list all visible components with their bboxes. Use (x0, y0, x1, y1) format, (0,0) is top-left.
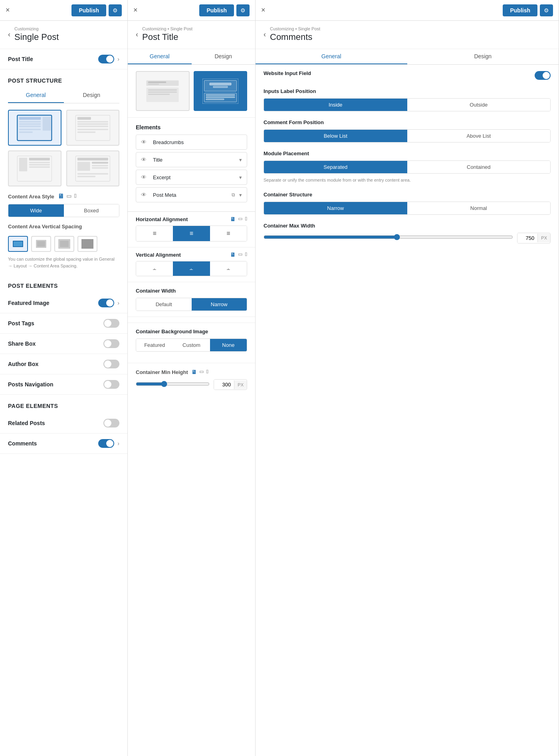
below-list-button[interactable]: Below List (264, 130, 407, 142)
panel-content-3: General Design Website Input Field Input… (256, 49, 559, 756)
outside-button[interactable]: Outside (407, 99, 551, 111)
wide-button[interactable]: Wide (8, 204, 64, 217)
share-box-label: Share Box (8, 340, 36, 347)
inside-button[interactable]: Inside (264, 99, 407, 111)
bg-featured-button[interactable]: Featured (136, 339, 173, 351)
desktop-icon-3[interactable]: 🖥 (230, 251, 236, 258)
mobile-icon-4[interactable]: ▯ (206, 369, 208, 375)
spacing-btn-1[interactable] (31, 236, 51, 252)
comments-section-content: Website Input Field Inputs Label Positio… (256, 65, 559, 257)
back-arrow-2[interactable]: ‹ (136, 30, 138, 39)
svg-rect-18 (29, 162, 50, 163)
v-align-bottom-button[interactable]: ⫠ (210, 261, 247, 276)
layout-thumb-4[interactable] (66, 150, 120, 186)
preview-thumb-1[interactable] (136, 71, 190, 111)
author-box-toggle[interactable] (103, 360, 119, 368)
container-narrow-button[interactable]: Narrow (192, 298, 247, 311)
post-tags-toggle[interactable] (103, 319, 119, 328)
website-input-row: Website Input Field (264, 70, 551, 80)
eye-icon-post-meta[interactable]: 👁 (141, 192, 149, 198)
share-box-toggle[interactable] (103, 339, 119, 348)
tab-design-3[interactable]: Design (407, 49, 559, 64)
tablet-icon-4[interactable]: ▭ (199, 369, 204, 375)
publish-button-3[interactable]: Publish (503, 4, 537, 16)
post-title-toggle[interactable] (98, 55, 114, 63)
tab-general-2[interactable]: General (128, 49, 192, 64)
container-bg-buttons: Featured Custom None (136, 338, 247, 352)
min-height-value[interactable] (214, 380, 234, 390)
svg-rect-47 (213, 86, 228, 87)
tab-design-1[interactable]: Design (64, 88, 120, 103)
contained-button[interactable]: Contained (407, 161, 551, 173)
min-height-slider[interactable] (136, 381, 210, 387)
desktop-icon-4[interactable]: 🖥 (191, 369, 197, 375)
container-default-button[interactable]: Default (136, 298, 192, 311)
tablet-icon-2[interactable]: ▭ (238, 216, 242, 222)
gear-button-2[interactable]: ⚙ (236, 4, 250, 16)
svg-rect-39 (148, 83, 159, 85)
spacing-btn-2[interactable] (54, 236, 74, 252)
posts-navigation-toggle[interactable] (103, 380, 119, 389)
normal-button[interactable]: Normal (407, 202, 551, 214)
featured-image-chevron[interactable]: › (117, 300, 119, 306)
author-box-row: Author Box (0, 354, 127, 374)
boxed-button[interactable]: Boxed (64, 204, 119, 217)
dropdown-btn-title[interactable]: ▾ (239, 157, 242, 163)
v-align-top-button[interactable]: ⫠ (136, 261, 173, 276)
back-arrow-1[interactable]: ‹ (8, 30, 10, 39)
gear-button-1[interactable]: ⚙ (109, 4, 122, 16)
spacing-label: Content Area Vertical Spacing (8, 224, 82, 230)
preview-thumb-2[interactable] (194, 71, 248, 111)
bg-custom-button[interactable]: Custom (173, 339, 210, 351)
related-posts-toggle[interactable] (103, 419, 119, 427)
align-right-button[interactable]: ≡ (210, 226, 247, 241)
tab-general-1[interactable]: General (8, 88, 64, 103)
separated-button[interactable]: Separated (264, 161, 407, 173)
publish-button-2[interactable]: Publish (199, 4, 234, 16)
desktop-icon[interactable]: 🖥 (57, 193, 64, 200)
desktop-icon-2[interactable]: 🖥 (230, 216, 236, 222)
website-input-toggle[interactable] (535, 71, 551, 80)
back-arrow-3[interactable]: ‹ (264, 30, 266, 39)
comments-chevron[interactable]: › (117, 440, 119, 447)
container-bg-section: Container Background Image Featured Cust… (128, 323, 255, 357)
mobile-icon[interactable]: ▯ (74, 193, 77, 200)
tab-general-3[interactable]: General (256, 49, 407, 64)
mobile-icon-2[interactable]: ▯ (245, 216, 247, 222)
post-title-chevron[interactable]: › (117, 56, 119, 62)
narrow-button[interactable]: Narrow (264, 202, 407, 214)
eye-icon-breadcrumbs[interactable]: 👁 (141, 139, 149, 145)
layout-thumb-1[interactable] (8, 110, 61, 146)
copy-btn-post-meta[interactable]: ⧉ (232, 192, 235, 198)
bg-none-button[interactable]: None (210, 339, 247, 351)
dropdown-btn-excerpt[interactable]: ▾ (239, 174, 242, 180)
layout-thumb-3[interactable] (8, 150, 61, 186)
tablet-icon-3[interactable]: ▭ (238, 251, 242, 258)
mobile-icon-3[interactable]: ▯ (245, 251, 247, 258)
featured-image-toggle[interactable] (98, 299, 114, 307)
eye-icon-excerpt[interactable]: 👁 (141, 174, 149, 180)
related-posts-row: Related Posts (0, 413, 127, 433)
max-width-slider[interactable] (264, 234, 513, 240)
spacing-btn-0[interactable] (8, 236, 28, 252)
close-button-3[interactable]: × (261, 6, 266, 14)
gear-button-3[interactable]: ⚙ (540, 4, 553, 16)
max-width-value[interactable] (517, 233, 537, 243)
featured-image-row: Featured Image › (0, 293, 127, 313)
align-left-button[interactable]: ≡ (136, 226, 173, 241)
dropdown-btn-post-meta[interactable]: ▾ (239, 192, 242, 198)
v-align-middle-button[interactable]: ⫠ (173, 261, 210, 276)
close-button-1[interactable]: × (6, 6, 10, 14)
layout-thumb-2[interactable] (66, 110, 120, 146)
above-list-button[interactable]: Above List (407, 130, 551, 142)
comments-row: Comments › (0, 433, 127, 454)
close-button-2[interactable]: × (133, 6, 138, 14)
tablet-icon[interactable]: ▭ (66, 193, 71, 200)
tab-design-2[interactable]: Design (192, 49, 256, 64)
comments-toggle[interactable] (98, 439, 114, 448)
publish-button-1[interactable]: Publish (71, 4, 106, 16)
eye-icon-title[interactable]: 👁 (141, 156, 149, 163)
post-title-row: Post Title › (0, 49, 127, 69)
spacing-btn-3[interactable] (77, 236, 97, 252)
align-center-button[interactable]: ≡ (173, 226, 210, 241)
